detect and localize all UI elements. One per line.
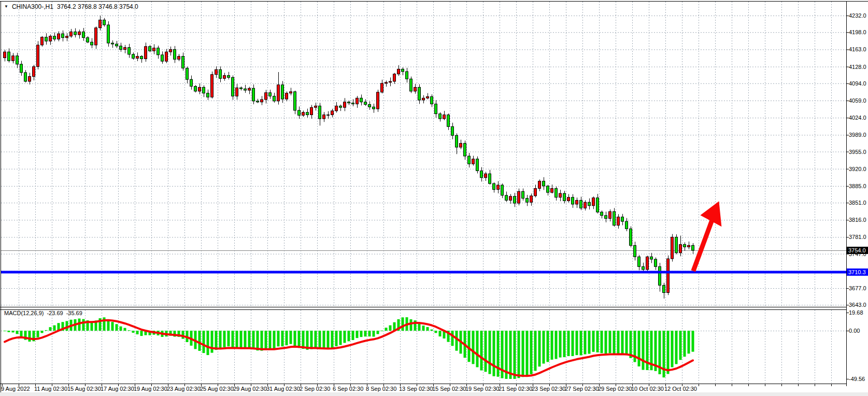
time-tick-label: 9 Aug 2022 (1, 386, 30, 392)
time-tick-label: 21 Sep 02:30 (499, 386, 532, 392)
time-tick-label: 25 Aug 02:30 (200, 386, 234, 392)
time-tick-label: 29 Aug 02:30 (233, 386, 267, 392)
price-tick-label: 4059.0 (849, 97, 866, 104)
time-tick-label: 12 Oct 02:30 (664, 386, 697, 392)
price-tick-label: 4024.0 (849, 115, 866, 121)
time-tick-label: 19 Aug 02:30 (134, 386, 167, 392)
symbol-period-label: CHINA300-,H1 (12, 3, 53, 10)
time-tick-label: 19 Sep 02:30 (465, 386, 499, 392)
price-tick-label: 3781.0 (849, 234, 866, 240)
price-tick-label: 3816.0 (849, 217, 866, 223)
time-tick-label: 10 Oct 02:30 (631, 386, 664, 392)
trend-arrow[interactable] (693, 201, 722, 271)
chart-canvas[interactable]: 4232.04198.04163.04128.04094.04059.04024… (0, 0, 868, 396)
chart-window: 4232.04198.04163.04128.04094.04059.04024… (0, 0, 868, 396)
price-tick-label: 4094.0 (849, 80, 866, 87)
title-ohlc-label: 3764.2 3768.8 3746.8 3754.0 (57, 3, 138, 10)
time-tick-label: 15 Aug 02:30 (67, 386, 101, 392)
time-tick-label: 29 Sep 02:30 (598, 386, 632, 392)
price-tick-label: 4232.0 (849, 12, 866, 19)
hline-price-badge: 3710.3 (847, 268, 868, 276)
time-tick-label: 11 Aug 02:30 (34, 386, 67, 392)
macd-name: MACD(12,26,9) (4, 310, 44, 316)
time-tick-label: 2 Sep 02:30 (300, 386, 330, 392)
panel-borders (0, 1, 868, 392)
time-tick-label: 17 Aug 02:30 (101, 386, 134, 392)
macd-axis: 19.680.00-49.56 (846, 309, 865, 382)
macd-tick-label: -49.56 (849, 376, 865, 382)
price-tick-label: 3920.0 (849, 166, 866, 172)
macd-tick-label: 19.68 (849, 309, 863, 316)
time-tick-label: 23 Aug 02:30 (167, 386, 201, 392)
price-tick-label: 3955.0 (849, 149, 866, 155)
price-tick-label: 3677.0 (849, 285, 866, 291)
time-tick-label: 23 Sep 02:30 (532, 386, 565, 392)
dropdown-arrow-icon[interactable]: ▼ (4, 4, 8, 9)
time-tick-label: 8 Sep 02:30 (366, 386, 396, 392)
time-axis: 9 Aug 202211 Aug 02:3015 Aug 02:3017 Aug… (1, 384, 832, 392)
macd-histogram (4, 317, 694, 379)
current-price-badge: 3754.0 (847, 247, 868, 254)
time-tick-label: 13 Sep 02:30 (399, 386, 433, 392)
price-tick-label: 3851.0 (849, 200, 866, 206)
macd-main-value: -23.69 (47, 310, 63, 316)
macd-signal-value: -35.69 (66, 310, 82, 316)
time-tick-label: 27 Sep 02:30 (565, 386, 599, 392)
price-tick-label: 4198.0 (849, 29, 866, 35)
time-tick-label: 6 Sep 02:30 (333, 386, 363, 392)
candlestick-series (4, 16, 694, 299)
price-tick-label: 3643.0 (849, 302, 866, 308)
price-tick-label: 3989.0 (849, 132, 866, 138)
price-tick-label: 3885.0 (849, 183, 866, 189)
time-tick-label: 31 Aug 02:30 (266, 386, 300, 392)
price-tick-label: 4163.0 (849, 46, 866, 52)
price-axis: 4232.04198.04163.04128.04094.04059.04024… (846, 12, 866, 308)
price-tick-label: 4128.0 (849, 64, 866, 70)
macd-indicator-label: MACD(12,26,9) -23.69 -35.69 (4, 310, 82, 316)
time-tick-label: 15 Sep 02:30 (432, 386, 466, 392)
chart-title: ▼ CHINA300-,H1 3764.2 3768.8 3746.8 3754… (4, 3, 138, 10)
macd-tick-label: 0.00 (849, 328, 860, 334)
